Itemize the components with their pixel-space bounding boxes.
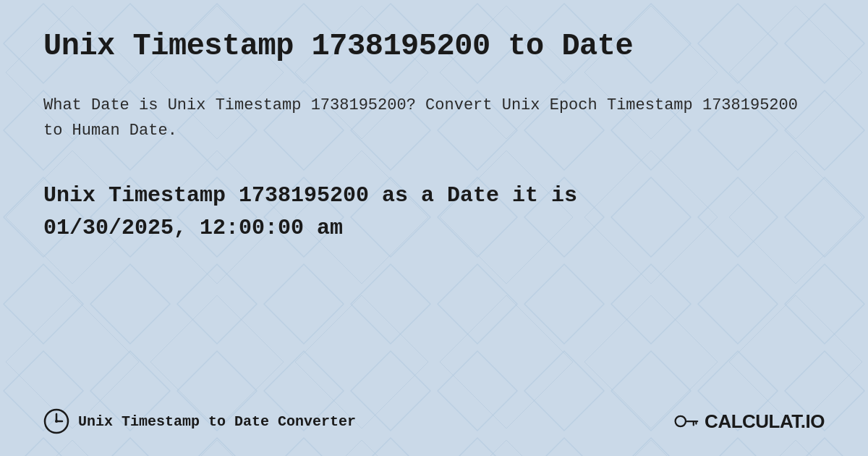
svg-point-9 (676, 416, 686, 426)
main-content: Unix Timestamp 1738195200 to Date What D… (0, 0, 868, 310)
page-title: Unix Timestamp 1738195200 to Date (43, 29, 825, 64)
footer-label: Unix Timestamp to Date Converter (78, 413, 356, 430)
logo-area: CALCULAT.IO (673, 408, 825, 434)
calculat-logo-icon (673, 408, 699, 434)
result-text: Unix Timestamp 1738195200 as a Date it i… (43, 180, 825, 245)
svg-point-8 (55, 420, 58, 423)
logo-calc: CALCULAT.IO (705, 410, 825, 432)
footer: Unix Timestamp to Date Converter CALCULA… (43, 408, 825, 434)
logo-text: CALCULAT.IO (705, 410, 825, 433)
result-line1: Unix Timestamp 1738195200 as a Date it i… (43, 183, 577, 208)
page-description: What Date is Unix Timestamp 1738195200? … (43, 93, 825, 143)
footer-left: Unix Timestamp to Date Converter (43, 408, 356, 434)
result-section: Unix Timestamp 1738195200 as a Date it i… (43, 180, 825, 245)
clock-icon (43, 408, 69, 434)
result-line2: 01/30/2025, 12:00:00 am (43, 216, 343, 240)
